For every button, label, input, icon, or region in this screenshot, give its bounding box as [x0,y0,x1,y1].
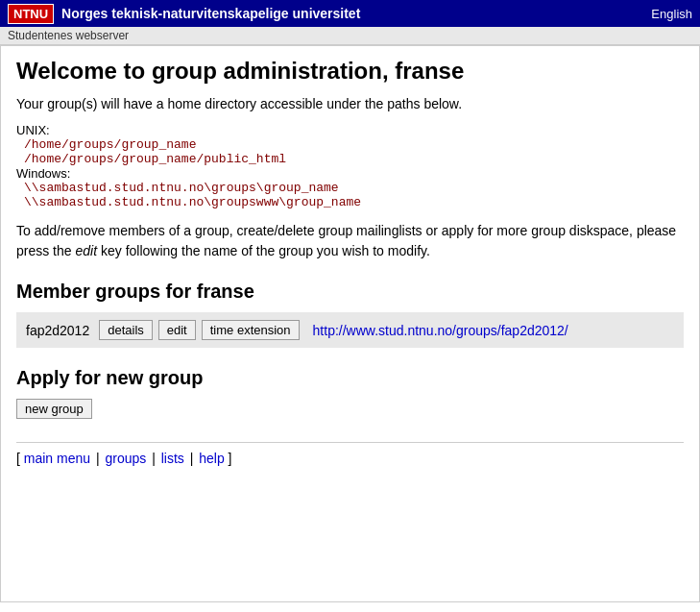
details-button[interactable]: details [99,320,153,340]
footer-bracket-open: [ [16,451,24,466]
language-link[interactable]: English [651,7,692,21]
group-link[interactable]: http://www.stud.ntnu.no/groups/fap2d2012… [313,323,568,338]
group-row: fap2d2012 details edit time extension ht… [16,312,684,348]
windows-label: Windows: [16,166,70,181]
instruction-part2: key following the name of the group you … [101,243,430,258]
group-name: fap2d2012 [26,323,89,338]
edit-button[interactable]: edit [158,320,196,340]
member-groups-section: Member groups for franse fap2d2012 detai… [16,281,684,348]
new-group-section: Apply for new group new group [16,367,684,419]
windows-path-2: \\sambastud.stud.ntnu.no\groupswww\group… [24,195,684,209]
footer-sep-3: | [190,451,198,466]
unix-path-1: /home/groups/group_name [24,137,684,152]
paths-section: UNIX: /home/groups/group_name /home/grou… [16,123,684,209]
sub-header: Studentenes webserver [0,27,700,45]
subheader-label: Studentenes webserver [8,29,129,42]
windows-path-1: \\sambastud.stud.ntnu.no\groups\group_na… [24,181,684,195]
new-group-button[interactable]: new group [16,399,92,419]
unix-label: UNIX: [16,123,50,137]
intro-text-content: Your group(s) will have a home directory… [16,96,462,111]
time-extension-button[interactable]: time extension [202,320,300,340]
footer-sep-1: | [96,451,104,466]
footer-nav: [ main menu | groups | lists | help ] [16,442,684,466]
ntnu-logo: NTNU [8,4,54,24]
footer-link-main-menu[interactable]: main menu [24,451,90,466]
instruction-edit: edit [75,243,97,258]
footer-link-lists[interactable]: lists [161,451,184,466]
member-groups-title: Member groups for franse [16,281,684,303]
apply-title: Apply for new group [16,367,684,389]
footer-link-help[interactable]: help [199,451,224,466]
footer-link-groups[interactable]: groups [105,451,146,466]
main-content: Welcome to group administration, franse … [0,45,700,602]
unix-path-2: /home/groups/group_name/public_html [24,152,684,166]
footer-bracket-close: ] [229,451,232,466]
page-title: Welcome to group administration, franse [16,58,684,85]
footer-sep-2: | [152,451,159,466]
intro-text: Your group(s) will have a home directory… [16,96,684,111]
instruction-text: To add/remove members of a group, create… [16,221,684,261]
university-name: Norges teknisk-naturvitenskapelige unive… [61,6,651,21]
top-header: NTNU Norges teknisk-naturvitenskapelige … [0,0,700,27]
